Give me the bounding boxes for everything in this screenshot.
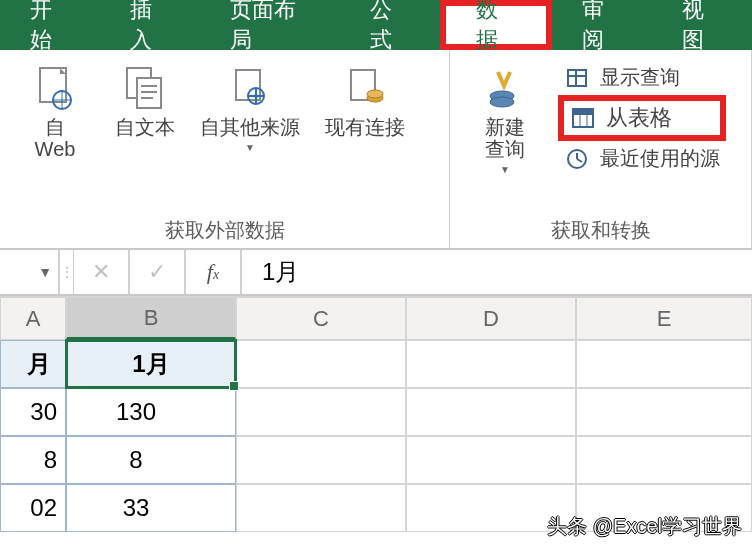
transform-actions: 显示查询 从表格 最近使用的源: [550, 56, 734, 180]
cell-e2[interactable]: [576, 388, 752, 436]
cell-b2[interactable]: 130: [66, 388, 236, 436]
fx-icon: fx: [207, 259, 219, 285]
from-table-button[interactable]: 从表格: [558, 95, 726, 141]
cell-d1[interactable]: [406, 340, 576, 388]
svg-line-28: [577, 159, 582, 162]
from-table-label: 从表格: [606, 103, 672, 133]
cancel-x-icon: ✕: [92, 259, 110, 285]
group-external-data: 自 Web 自文本: [0, 50, 450, 248]
recent-sources-label: 最近使用的源: [600, 145, 720, 172]
group-external-title: 获取外部数据: [0, 217, 449, 244]
col-header-d[interactable]: D: [406, 296, 576, 340]
table-row: 月 1月: [0, 340, 752, 388]
svg-rect-23: [573, 109, 593, 115]
ribbon: 自 Web 自文本: [0, 50, 752, 250]
new-query-button[interactable]: 新建 查询 ▼: [460, 56, 550, 180]
from-text-button[interactable]: 自文本: [100, 56, 190, 160]
globe-file-icon: [32, 64, 78, 112]
tab-layout[interactable]: 页面布局: [200, 0, 340, 50]
group-transform-title: 获取和转换: [450, 217, 751, 244]
enter-button[interactable]: ✓: [130, 250, 186, 294]
cancel-button[interactable]: ✕: [74, 250, 130, 294]
tab-view[interactable]: 视图: [652, 0, 752, 50]
name-box[interactable]: ▼: [0, 250, 60, 294]
cell-c1[interactable]: [236, 340, 406, 388]
show-queries-icon: [564, 65, 590, 91]
recent-icon: [564, 146, 590, 172]
show-queries-button[interactable]: 显示查询: [558, 62, 726, 93]
col-header-b[interactable]: B: [66, 296, 236, 340]
existing-connections-label: 现有连接: [325, 116, 405, 138]
from-text-label: 自文本: [115, 116, 175, 138]
cell-a4[interactable]: 02: [0, 484, 66, 532]
formula-input[interactable]: 1月: [242, 250, 752, 294]
svg-point-16: [367, 90, 383, 98]
new-query-icon: [482, 64, 528, 112]
cell-a3[interactable]: 8: [0, 436, 66, 484]
watermark: 头条 @Excel学习世界: [547, 513, 742, 540]
name-box-arrow-icon: ▼: [38, 264, 52, 280]
col-header-a[interactable]: A: [0, 296, 66, 340]
col-header-c[interactable]: C: [236, 296, 406, 340]
existing-connections-button[interactable]: 现有连接: [320, 56, 410, 160]
dropdown-caret-icon: ▼: [245, 142, 255, 153]
col-header-e[interactable]: E: [576, 296, 752, 340]
cell-c3[interactable]: [236, 436, 406, 484]
recent-sources-button[interactable]: 最近使用的源: [558, 143, 726, 174]
cell-c4[interactable]: [236, 484, 406, 532]
cell-a2[interactable]: 30: [0, 388, 66, 436]
show-queries-label: 显示查询: [600, 64, 680, 91]
from-web-label: 自 Web: [35, 116, 76, 160]
from-other-sources-button[interactable]: 自其他来源 ▼: [190, 56, 310, 160]
table-row: 30 130: [0, 388, 752, 436]
cell-e3[interactable]: [576, 436, 752, 484]
table-row: 8 8: [0, 436, 752, 484]
spreadsheet: A B C D E 月 1月 30 130 8 8 02 33: [0, 296, 752, 532]
expand-name-box-icon[interactable]: ⋮: [60, 250, 74, 294]
formula-bar: ▼ ⋮ ✕ ✓ fx 1月: [0, 250, 752, 296]
svg-point-18: [490, 97, 514, 107]
cell-b4[interactable]: 33: [66, 484, 236, 532]
cell-b1[interactable]: 1月: [66, 340, 236, 388]
dropdown-caret-icon: ▼: [500, 164, 510, 175]
other-sources-icon: [227, 64, 273, 112]
cell-e1[interactable]: [576, 340, 752, 388]
cell-b3[interactable]: 8: [66, 436, 236, 484]
cell-a1[interactable]: 月: [0, 340, 66, 388]
connections-icon: [342, 64, 388, 112]
ribbon-tabs: 开始 插入 页面布局 公式 数据 审阅 视图: [0, 0, 752, 50]
from-web-button[interactable]: 自 Web: [10, 56, 100, 160]
tab-data[interactable]: 数据: [440, 0, 552, 50]
enter-check-icon: ✓: [148, 259, 166, 285]
new-query-label: 新建 查询: [485, 116, 525, 160]
insert-function-button[interactable]: fx: [186, 250, 242, 294]
text-file-icon: [122, 64, 168, 112]
tab-review[interactable]: 审阅: [552, 0, 652, 50]
table-icon: [570, 105, 596, 131]
tab-home[interactable]: 开始: [0, 0, 100, 50]
cell-d3[interactable]: [406, 436, 576, 484]
tab-insert[interactable]: 插入: [100, 0, 200, 50]
cell-d2[interactable]: [406, 388, 576, 436]
column-headers: A B C D E: [0, 296, 752, 340]
group-get-transform: 新建 查询 ▼ 显示查询 从表格: [450, 50, 752, 248]
cell-c2[interactable]: [236, 388, 406, 436]
from-other-sources-label: 自其他来源: [200, 116, 300, 138]
tab-formula[interactable]: 公式: [340, 0, 440, 50]
